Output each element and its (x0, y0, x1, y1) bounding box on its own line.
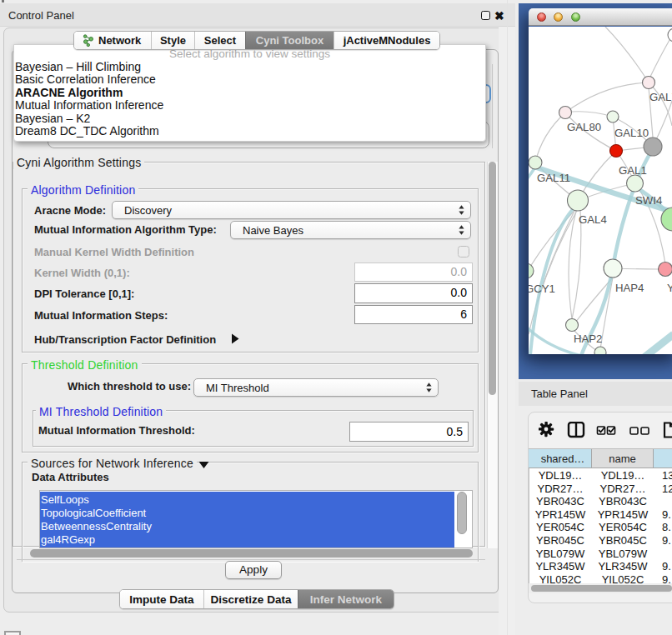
svg-text:GAL4: GAL4 (579, 213, 607, 226)
svg-text:GAL11: GAL11 (537, 172, 570, 184)
svg-text:HAP4: HAP4 (615, 282, 644, 294)
svg-text:GAL10: GAL10 (614, 127, 649, 139)
svg-text:Y: Y (667, 282, 672, 294)
svg-text:SWI4: SWI4 (635, 194, 662, 207)
svg-text:GAL80: GAL80 (567, 121, 601, 133)
svg-text:GAL7: GAL7 (649, 91, 672, 103)
svg-text:GCY1: GCY1 (529, 282, 555, 295)
svg-text:GAL1: GAL1 (619, 164, 647, 177)
svg-text:HAP2: HAP2 (574, 332, 602, 345)
